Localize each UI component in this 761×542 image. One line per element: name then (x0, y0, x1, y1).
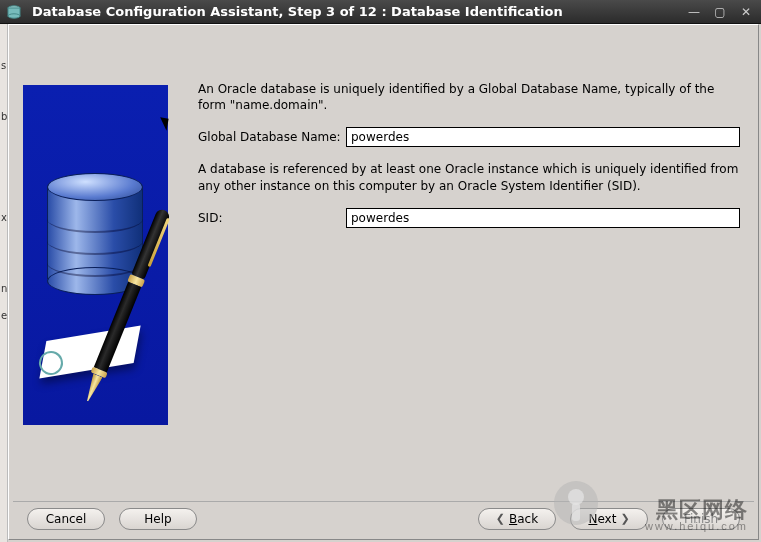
global-db-name-label: Global Database Name: (198, 130, 346, 144)
sid-row: SID: (198, 208, 740, 228)
intro-text-1: An Oracle database is uniquely identifie… (198, 81, 740, 113)
maximize-button[interactable]: ▢ (711, 4, 729, 20)
back-button[interactable]: ❮ Back (478, 508, 556, 530)
back-arrow-icon: ❮ (496, 512, 505, 525)
svg-point-2 (8, 13, 20, 17)
sid-label: SID: (198, 211, 346, 225)
form-panel: An Oracle database is uniquely identifie… (178, 29, 754, 499)
intro-text-2: A database is referenced by at least one… (198, 161, 740, 193)
dialog-window: An Oracle database is uniquely identifie… (8, 24, 759, 540)
help-button[interactable]: Help (119, 508, 197, 530)
database-illustration (23, 85, 168, 425)
next-arrow-icon: ❯ (620, 512, 629, 525)
content-area: An Oracle database is uniquely identifie… (13, 29, 754, 499)
minimize-button[interactable]: — (685, 4, 703, 20)
close-button[interactable]: ✕ (737, 4, 755, 20)
global-db-name-input[interactable] (346, 127, 740, 147)
app-icon (6, 4, 22, 20)
next-button[interactable]: Next ❯ (570, 508, 648, 530)
sid-input[interactable] (346, 208, 740, 228)
illustration-panel (13, 29, 178, 499)
background-strip: s b x n e (0, 24, 8, 542)
window-title: Database Configuration Assistant, Step 3… (32, 4, 685, 19)
global-db-name-row: Global Database Name: (198, 127, 740, 147)
button-bar: Cancel Help ❮ Back Next ❯ Finish (13, 501, 754, 535)
titlebar: Database Configuration Assistant, Step 3… (0, 0, 761, 24)
finish-button: Finish (662, 508, 740, 530)
window-controls: — ▢ ✕ (685, 4, 755, 20)
cancel-button[interactable]: Cancel (27, 508, 105, 530)
